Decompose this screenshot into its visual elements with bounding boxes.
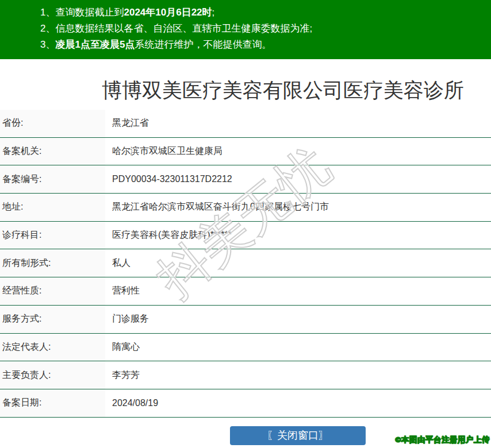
row-value: 营利性 <box>105 277 491 305</box>
row-label: 备案机关: <box>0 138 105 165</box>
query-result-page: 1、查询数据截止到2024年10月6日22时; 2、信息数据结果以各省、自治区、… <box>0 0 491 448</box>
row-value: PDY00034-323011317D2212 <box>105 165 491 193</box>
table-row: 经营性质: 营利性 <box>0 277 491 306</box>
table-row: 主要负责人: 李芳芳 <box>0 361 491 389</box>
notice-line: 2、信息数据结果以各省、自治区、直辖市卫生健康委数据为准; <box>40 21 491 37</box>
notice-header: 1、查询数据截止到2024年10月6日22时; 2、信息数据结果以各省、自治区、… <box>0 0 491 59</box>
row-label: 经营性质: <box>0 277 105 305</box>
row-value: 医疗美容科(美容皮肤科)****** <box>105 222 491 249</box>
row-value: 门诊服务 <box>105 306 491 333</box>
uploaded-by-user-badge: ©本图由平台注册用户上传 <box>396 435 490 445</box>
row-value: 黑龙江省哈尔滨市双城区奋斗街九0四家属楼七号门市 <box>105 194 491 221</box>
table-row: 备案编号: PDY00034-323011317D2212 <box>0 165 491 194</box>
table-row: 地址: 黑龙江省哈尔滨市双城区奋斗街九0四家属楼七号门市 <box>0 194 491 222</box>
notice-text: ; <box>212 7 215 18</box>
table-row: 备案日期: 2024/08/19 <box>0 389 491 418</box>
notice-text-bold: 凌晨1点至凌晨5点 <box>55 39 135 50</box>
row-label: 省份: <box>0 110 105 137</box>
notice-number: 2、 <box>40 23 55 34</box>
info-table: 省份: 黑龙江省 备案机关: 哈尔滨市双城区卫生健康局 备案编号: PDY000… <box>0 110 491 418</box>
notice-text: 查询数据截止到 <box>55 7 124 18</box>
notice-text: 信息数据结果以各省、自治区、直辖市卫生健康委数据为准; <box>55 23 312 34</box>
row-label: 法定代表人: <box>0 334 105 361</box>
notice-text: 系统进行维护，不能提供查询。 <box>135 39 271 50</box>
page-title: 博博双美医疗美容有限公司医疗美容诊所 <box>102 77 464 104</box>
row-label: 备案日期: <box>0 389 105 417</box>
row-value: 黑龙江省 <box>105 110 491 137</box>
row-label: 主要负责人: <box>0 361 105 389</box>
notice-line: 1、查询数据截止到2024年10月6日22时; <box>40 5 491 21</box>
close-window-button[interactable]: 〖关闭窗口〗 <box>230 426 366 445</box>
table-row: 服务方式: 门诊服务 <box>0 306 491 334</box>
row-value: 李芳芳 <box>105 361 491 389</box>
notice-text-bold: 2024年10月6日22时 <box>124 7 212 18</box>
table-row: 省份: 黑龙江省 <box>0 110 491 138</box>
row-label: 所有制形式: <box>0 249 105 277</box>
notice-number: 1、 <box>40 7 55 18</box>
row-label: 服务方式: <box>0 306 105 333</box>
row-value: 哈尔滨市双城区卫生健康局 <box>105 138 491 165</box>
table-row: 所有制形式: 私人 <box>0 249 491 277</box>
row-label: 备案编号: <box>0 165 105 193</box>
table-row: 法定代表人: 隋寓心 <box>0 334 491 362</box>
row-value: 隋寓心 <box>105 334 491 361</box>
table-row: 备案机关: 哈尔滨市双城区卫生健康局 <box>0 138 491 166</box>
row-label: 地址: <box>0 194 105 221</box>
row-value: 私人 <box>105 249 491 277</box>
notice-number: 3、 <box>40 39 55 50</box>
notice-line: 3、凌晨1点至凌晨5点系统进行维护，不能提供查询。 <box>40 37 491 53</box>
row-label: 诊疗科目: <box>0 222 105 249</box>
row-value: 2024/08/19 <box>105 389 491 417</box>
table-row: 诊疗科目: 医疗美容科(美容皮肤科)****** <box>0 222 491 250</box>
